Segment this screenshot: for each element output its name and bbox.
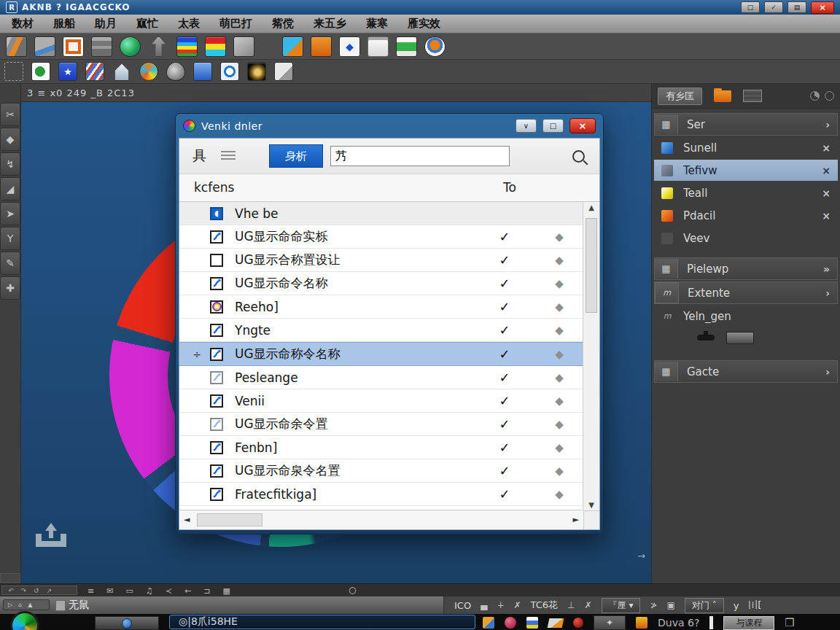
- selection-bar-item[interactable]: ✗: [585, 600, 592, 610]
- toolbar-icon[interactable]: [85, 62, 104, 81]
- toolbar-icon[interactable]: [91, 36, 112, 57]
- window-control-button[interactable]: ▤: [788, 1, 806, 13]
- tool-button[interactable]: ✂: [0, 103, 20, 126]
- selection-bar-item[interactable]: 〣[: [748, 599, 761, 612]
- menu-item[interactable]: 来五乡: [314, 17, 346, 31]
- checkbox-icon[interactable]: [210, 207, 223, 220]
- tray-icon[interactable]: [573, 618, 583, 628]
- table-row[interactable]: Reeho] ✓ ◆: [179, 295, 583, 319]
- play-control-icon[interactable]: ⌂: [18, 602, 22, 608]
- wcs-triad-icon[interactable]: [31, 522, 71, 556]
- status-icon[interactable]: ▭: [125, 586, 133, 596]
- options-icon[interactable]: [825, 91, 834, 101]
- palette-item-action[interactable]: »: [823, 263, 833, 275]
- selection-bar-item[interactable]: ✗: [513, 600, 521, 610]
- scroll-down-icon[interactable]: ▼: [583, 501, 599, 509]
- toolbar-icon[interactable]: [205, 36, 226, 57]
- toolbar-icon[interactable]: [34, 36, 55, 57]
- status-icon[interactable]: ♫: [146, 586, 153, 596]
- table-row[interactable]: Venii ✓ ◆: [179, 389, 583, 413]
- user-quick-button[interactable]: [95, 616, 159, 630]
- shortcut-diamond-icon[interactable]: ◆: [535, 230, 583, 244]
- tool-button[interactable]: ✚: [0, 276, 20, 300]
- check-mark[interactable]: ✓: [474, 322, 535, 338]
- vertical-scroll-thumb[interactable]: [586, 218, 597, 313]
- horizontal-scroll-thumb[interactable]: [197, 513, 262, 526]
- toolbar-icon[interactable]: [193, 62, 212, 81]
- toolbar-icon[interactable]: [63, 36, 84, 57]
- palette-item-action[interactable]: ›: [825, 366, 833, 378]
- status-icon[interactable]: ≡: [88, 586, 94, 596]
- nav-icon[interactable]: ↗: [47, 587, 52, 594]
- show-desktop-icon[interactable]: ❒: [785, 616, 794, 629]
- course-tray-button[interactable]: 与课程: [723, 616, 774, 630]
- toolbar-icon[interactable]: [120, 36, 141, 57]
- table-row[interactable]: Fratecfitkiga] ✓ ◆: [179, 483, 583, 506]
- selection-bar-item[interactable]: TC6花: [531, 599, 559, 612]
- tray-icon[interactable]: [483, 617, 494, 629]
- toolbar-icon[interactable]: [274, 62, 293, 81]
- search-input[interactable]: [330, 146, 510, 166]
- toolbar-icon[interactable]: [148, 36, 169, 57]
- shortcut-diamond-icon[interactable]: ◆: [535, 394, 583, 408]
- filter-icon[interactable]: 具: [192, 147, 206, 166]
- cue-tab-label[interactable]: 无鼠: [69, 599, 89, 612]
- table-row[interactable]: UG显示合称置设让 ✓ ◆: [179, 249, 583, 272]
- toolbar-icon[interactable]: [247, 62, 266, 81]
- tool-button[interactable]: ◆: [0, 128, 20, 151]
- orange-app-icon[interactable]: [636, 617, 648, 629]
- pin-icon[interactable]: [810, 91, 820, 101]
- search-icon[interactable]: [572, 150, 585, 163]
- check-mark[interactable]: ✓: [474, 370, 535, 385]
- close-button[interactable]: ×: [811, 1, 834, 14]
- toolbar-icon[interactable]: [6, 36, 27, 57]
- table-row[interactable]: UG显示命令名称 ✓ ◆: [179, 272, 583, 295]
- palette-item[interactable]: Sunell ×: [654, 137, 838, 158]
- play-control-icon[interactable]: ▷: [8, 602, 12, 608]
- toolbar-icon[interactable]: [112, 62, 131, 81]
- selection-bar-item[interactable]: ▄: [481, 600, 487, 610]
- selection-bar-item[interactable]: ≯: [650, 600, 657, 610]
- tool-button[interactable]: Y: [0, 227, 20, 250]
- checkbox-icon[interactable]: [210, 418, 223, 431]
- shortcut-diamond-icon[interactable]: ◆: [535, 441, 583, 454]
- table-row[interactable]: UG显示命余令置 ✓ ◆: [179, 413, 583, 436]
- panel-view-icon[interactable]: [743, 90, 762, 102]
- palette-item[interactable]: Extente ›: [654, 281, 838, 304]
- palette-item-action[interactable]: ›: [825, 287, 833, 299]
- window-control-button[interactable]: □: [741, 1, 760, 13]
- table-row[interactable]: UG显示命泉令名置 ✓ ◆: [179, 459, 583, 483]
- slider-knob[interactable]: [697, 335, 715, 341]
- status-icon[interactable]: ▦: [222, 586, 230, 596]
- toolbar-icon[interactable]: [166, 62, 185, 81]
- tray-icon[interactable]: [526, 617, 538, 629]
- scroll-left-icon[interactable]: ◄: [184, 515, 190, 524]
- nav-icon[interactable]: ↷: [21, 587, 27, 594]
- scroll-up-icon[interactable]: ▲: [583, 203, 599, 211]
- palette-item-action[interactable]: ›: [825, 119, 833, 131]
- checkbox-icon[interactable]: [210, 441, 223, 454]
- table-row[interactable]: Pesleange ✓ ◆: [179, 366, 583, 389]
- checkbox-icon[interactable]: [210, 230, 223, 244]
- status-icon[interactable]: ✉: [106, 586, 113, 596]
- check-mark[interactable]: ✓: [474, 393, 535, 408]
- folder-icon[interactable]: [714, 90, 731, 102]
- dialog-title-bar[interactable]: Venki dnler ∨ □ ×: [176, 114, 603, 138]
- check-mark[interactable]: ✓: [474, 463, 535, 478]
- shortcut-diamond-icon[interactable]: ◆: [535, 418, 583, 431]
- vertical-scrollbar[interactable]: ▲ ▼: [583, 202, 599, 510]
- menu-item[interactable]: 萌巴打: [219, 17, 252, 31]
- nav-icon[interactable]: ↺: [34, 587, 39, 594]
- check-mark[interactable]: ✓: [474, 416, 535, 432]
- tool-button[interactable]: ◢: [0, 177, 20, 201]
- table-row[interactable]: Vhe be ✓ ◆: [179, 202, 583, 225]
- selection-bar-item[interactable]: ICO: [454, 600, 471, 611]
- check-mark[interactable]: ✓: [474, 252, 535, 268]
- horizontal-scrollbar[interactable]: ◄ ►: [179, 510, 583, 529]
- toolbar-icon[interactable]: [31, 62, 50, 81]
- menu-item[interactable]: 觜傥: [272, 17, 294, 31]
- palette-item[interactable]: Teall ×: [654, 182, 838, 203]
- check-mark[interactable]: ✓: [474, 229, 535, 244]
- checkbox-icon[interactable]: [210, 324, 223, 337]
- refresh-circle-icon[interactable]: ○: [349, 585, 356, 595]
